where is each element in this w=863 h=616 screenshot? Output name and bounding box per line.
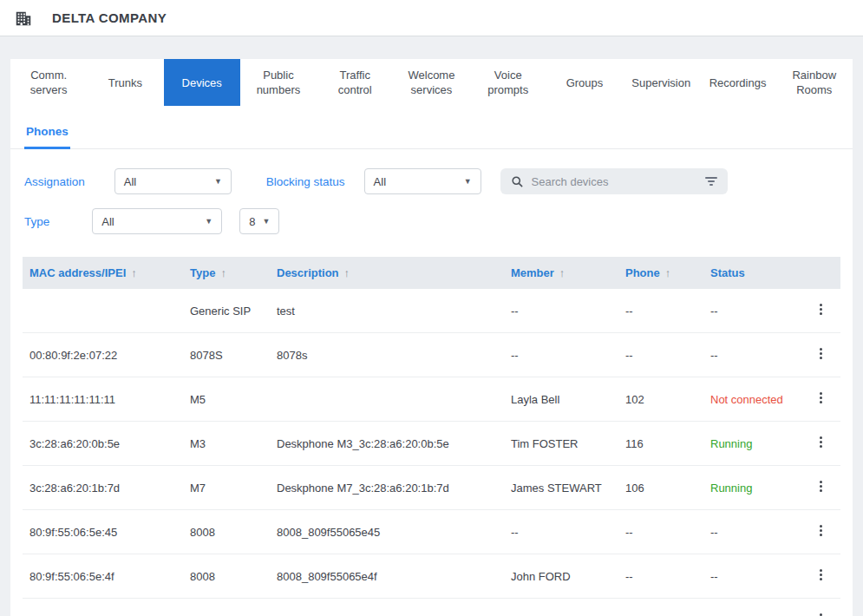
status-cell: -- bbox=[703, 599, 801, 616]
chevron-down-icon: ▼ bbox=[214, 177, 222, 186]
description-cell: 8008_809f55065e4f bbox=[270, 554, 504, 599]
mac-cell: 00:80:9f:2e:07:22 bbox=[23, 333, 183, 377]
type-cell: M7 bbox=[183, 466, 270, 510]
main-tab-bar: Comm. servers Trunks Devices Public numb… bbox=[10, 59, 853, 106]
tab-devices[interactable]: Devices bbox=[164, 59, 240, 106]
tab-voice-prompts[interactable]: Voice prompts bbox=[470, 59, 546, 106]
page-size-value: 8 bbox=[249, 215, 255, 228]
blocking-status-label: Blocking status bbox=[266, 175, 345, 188]
member-cell: John FORD bbox=[504, 554, 618, 599]
kebab-menu-icon[interactable] bbox=[814, 344, 827, 363]
col-header-description[interactable]: Description↑ bbox=[270, 257, 504, 289]
kebab-menu-icon[interactable] bbox=[814, 300, 827, 318]
mac-cell: 80:9f:55:06:5e:45 bbox=[23, 510, 183, 554]
member-cell: -- bbox=[504, 333, 618, 377]
kebab-menu-icon[interactable] bbox=[814, 566, 827, 584]
filters-area: Assignation All ▼ Blocking status All ▼ bbox=[10, 149, 853, 234]
type-cell: 8008 bbox=[183, 510, 270, 554]
search-box bbox=[500, 168, 728, 194]
status-cell: -- bbox=[703, 554, 801, 599]
kebab-menu-icon[interactable] bbox=[814, 610, 827, 616]
description-cell: 8008_809f55065e45 bbox=[270, 510, 504, 554]
phone-cell: -- bbox=[618, 554, 703, 599]
description-cell bbox=[270, 377, 504, 422]
tab-trunks[interactable]: Trunks bbox=[87, 59, 163, 106]
search-input[interactable] bbox=[532, 175, 697, 188]
chevron-down-icon: ▼ bbox=[263, 217, 271, 226]
sort-ascending-icon: ↑ bbox=[665, 266, 671, 279]
tab-rainbow-rooms[interactable]: Rainbow Rooms bbox=[776, 59, 853, 106]
filter-icon[interactable] bbox=[705, 177, 717, 186]
col-header-actions bbox=[801, 257, 840, 289]
table-row: 80:9f:55:06:5e:4580088008_809f55065e45--… bbox=[23, 510, 840, 554]
row-actions-cell bbox=[801, 422, 840, 466]
description-cell: 8008_d460e316df88 bbox=[270, 599, 504, 616]
page-size-select[interactable]: 8 ▼ bbox=[239, 208, 279, 234]
member-cell: -- bbox=[504, 510, 618, 554]
kebab-menu-icon[interactable] bbox=[814, 389, 827, 407]
row-actions-cell bbox=[801, 466, 840, 510]
sort-ascending-icon: ↑ bbox=[559, 266, 566, 279]
col-header-phone[interactable]: Phone↑ bbox=[618, 257, 703, 289]
type-cell: 8008 bbox=[183, 554, 270, 599]
type-select[interactable]: All ▼ bbox=[92, 208, 222, 234]
tab-public-numbers[interactable]: Public numbers bbox=[240, 59, 317, 106]
assignation-select[interactable]: All ▼ bbox=[114, 168, 232, 194]
description-cell: Deskphone M3_3c:28:a6:20:0b:5e bbox=[270, 422, 504, 466]
phone-cell: 106 bbox=[618, 466, 703, 510]
type-select-value: All bbox=[101, 215, 114, 228]
description-cell: 8078s bbox=[270, 333, 504, 377]
blocking-status-select-value: All bbox=[374, 175, 386, 188]
tab-traffic-control[interactable]: Traffic control bbox=[317, 59, 393, 106]
col-header-member[interactable]: Member↑ bbox=[504, 257, 618, 289]
status-cell: Running bbox=[703, 466, 801, 510]
member-cell: Tim FOSTER bbox=[504, 422, 618, 466]
filter-row-2: Type All ▼ 8 ▼ bbox=[24, 208, 839, 234]
content-card: Comm. servers Trunks Devices Public numb… bbox=[10, 59, 853, 616]
building-icon bbox=[14, 9, 33, 28]
table-row: 3c:28:a6:20:1b:7dM7Deskphone M7_3c:28:a6… bbox=[23, 466, 840, 510]
type-cell: 8078S bbox=[183, 333, 270, 377]
devices-table-wrap: MAC address/IPEI↑ Type↑ Description↑ Mem… bbox=[23, 257, 840, 616]
phone-cell: 102 bbox=[618, 377, 703, 422]
tab-comm-servers[interactable]: Comm. servers bbox=[10, 59, 87, 106]
member-cell: -- bbox=[504, 599, 618, 616]
subtab-phones[interactable]: Phones bbox=[24, 118, 70, 149]
kebab-menu-icon[interactable] bbox=[814, 477, 827, 495]
table-row: 00:80:9f:2e:07:228078S8078s------ bbox=[23, 333, 840, 377]
tab-groups[interactable]: Groups bbox=[546, 59, 623, 106]
sort-ascending-icon: ↑ bbox=[131, 266, 137, 279]
col-header-mac[interactable]: MAC address/IPEI↑ bbox=[23, 257, 183, 289]
status-cell: -- bbox=[703, 289, 801, 333]
col-header-type[interactable]: Type↑ bbox=[183, 257, 270, 289]
type-cell: M5 bbox=[183, 377, 270, 422]
filter-row-1: Assignation All ▼ Blocking status All ▼ bbox=[24, 168, 839, 194]
kebab-menu-icon[interactable] bbox=[814, 433, 827, 451]
tab-recordings[interactable]: Recordings bbox=[699, 59, 775, 106]
tab-welcome-services[interactable]: Welcome services bbox=[393, 59, 469, 106]
row-actions-cell bbox=[801, 599, 840, 616]
assignation-select-value: All bbox=[124, 175, 136, 188]
row-actions-cell bbox=[801, 554, 840, 599]
mac-cell: d4:60:e3:16:df:88 bbox=[23, 599, 183, 616]
devices-table: MAC address/IPEI↑ Type↑ Description↑ Mem… bbox=[23, 257, 840, 616]
sort-ascending-icon: ↑ bbox=[344, 266, 350, 279]
table-row: Generic SIPtest------ bbox=[23, 289, 840, 333]
tab-supervision[interactable]: Supervision bbox=[623, 59, 699, 106]
status-cell: -- bbox=[703, 333, 801, 377]
col-header-status[interactable]: Status bbox=[703, 257, 801, 289]
phone-cell: 116 bbox=[618, 422, 703, 466]
chevron-down-icon: ▼ bbox=[205, 217, 212, 226]
sub-tab-bar: Phones bbox=[10, 118, 853, 149]
row-actions-cell bbox=[801, 333, 840, 377]
sort-ascending-icon: ↑ bbox=[220, 266, 226, 279]
phone-cell: -- bbox=[618, 510, 703, 554]
company-title: DELTA COMPANY bbox=[52, 10, 167, 25]
row-actions-cell bbox=[801, 377, 840, 422]
app-header: DELTA COMPANY bbox=[0, 0, 863, 36]
blocking-status-select[interactable]: All ▼ bbox=[364, 168, 481, 194]
status-cell: Running bbox=[703, 422, 801, 466]
search-icon bbox=[511, 175, 524, 188]
kebab-menu-icon[interactable] bbox=[814, 521, 827, 540]
table-row: d4:60:e3:16:df:8880088008_d460e316df88--… bbox=[23, 599, 840, 616]
